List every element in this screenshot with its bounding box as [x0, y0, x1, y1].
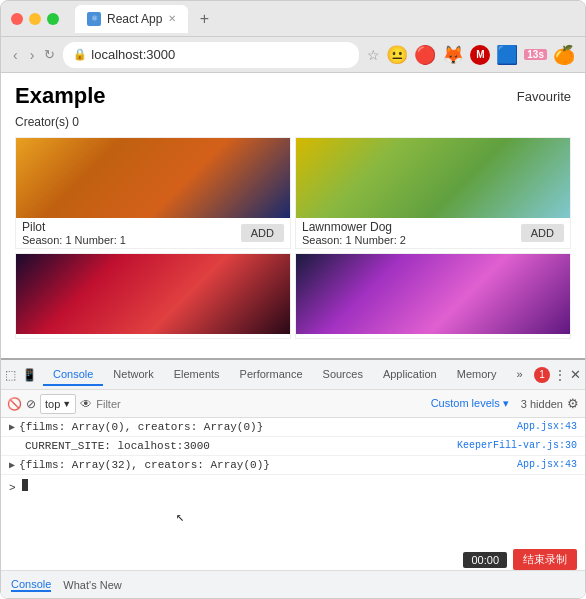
page-content: Example Favourite Creator(s) 0 Pilot Sea… — [1, 73, 585, 598]
forward-button[interactable]: › — [28, 45, 37, 65]
console-row[interactable]: CURRENT_SITE: localhost:3000 KeeperFill-… — [1, 437, 585, 456]
film-info: Pilot Season: 1 Number: 1 ADD — [16, 218, 290, 248]
url-text: localhost:3000 — [91, 47, 175, 62]
devtools-inspect-icon[interactable]: ⬚ — [5, 368, 16, 382]
film-thumbnail — [16, 138, 290, 218]
custom-levels-dropdown[interactable]: Custom levels ▾ — [427, 396, 513, 411]
tab-console[interactable]: Console — [43, 364, 103, 386]
active-tab[interactable]: ⚛ React App ✕ — [75, 5, 188, 33]
console-row-left: ▶ {films: Array(0), creators: Array(0)} — [9, 421, 263, 433]
film-card: Pilot Season: 1 Number: 1 ADD — [15, 137, 291, 249]
devtools-panel: ⬚ 📱 Console Network Elements Performance… — [1, 358, 585, 598]
tab-application[interactable]: Application — [373, 364, 447, 386]
context-select[interactable]: top ▼ — [40, 394, 76, 414]
film-details: Lawnmower Dog Season: 1 Number: 2 — [302, 220, 406, 246]
devtools-toolbar: 🚫 ⊘ top ▼ 👁 Custom levels ▾ 3 hidden ⚙ — [1, 390, 585, 418]
filter-toggle-icon[interactable]: ⊘ — [26, 397, 36, 411]
console-text: {films: Array(0), creators: Array(0)} — [19, 421, 263, 433]
tab-more[interactable]: » — [506, 364, 532, 386]
bottom-tab-whats-new[interactable]: What's New — [63, 579, 121, 591]
film-details: Pilot Season: 1 Number: 1 — [22, 220, 126, 246]
tab-title: React App — [107, 12, 162, 26]
console-text: {films: Array(32), creators: Array(0)} — [19, 459, 270, 471]
devtools-mobile-icon[interactable]: 📱 — [22, 368, 37, 382]
error-badge: 1 — [534, 367, 550, 383]
expand-arrow-icon — [9, 440, 21, 451]
extension-icon-1[interactable]: 🔴 — [414, 44, 436, 66]
tab-sources[interactable]: Sources — [313, 364, 373, 386]
minimize-button[interactable] — [29, 13, 41, 25]
film-thumbnail — [296, 254, 570, 334]
stop-recording-button[interactable]: 结束录制 — [513, 549, 577, 570]
film-season: Season: 1 Number: 2 — [302, 234, 406, 246]
tab-memory[interactable]: Memory — [447, 364, 507, 386]
film-info — [16, 334, 290, 338]
recording-bar: 00:00 结束录制 — [463, 549, 577, 570]
prompt-symbol: > — [9, 482, 22, 494]
devtools-icons: 1 ⋮ ✕ — [534, 367, 581, 383]
console-file-link[interactable]: App.jsx:43 — [517, 459, 577, 470]
devtools-close-icon[interactable]: ✕ — [570, 367, 581, 382]
film-season: Season: 1 Number: 1 — [22, 234, 126, 246]
maximize-button[interactable] — [47, 13, 59, 25]
film-card — [15, 253, 291, 339]
gmail-icon[interactable]: M — [470, 45, 490, 65]
console-prompt[interactable]: > — [1, 475, 585, 498]
extension-icon-4[interactable]: 🍊 — [553, 44, 575, 66]
lock-icon: 🔒 — [73, 48, 87, 61]
devtools-tabs: ⬚ 📱 Console Network Elements Performance… — [1, 360, 585, 390]
page-body: Example Favourite Creator(s) 0 Pilot Sea… — [1, 73, 585, 358]
add-film-button[interactable]: ADD — [241, 224, 284, 242]
hidden-count: 3 hidden — [521, 398, 563, 410]
console-empty-space: ↖ — [1, 498, 585, 538]
extension-badge[interactable]: 13s — [524, 49, 547, 60]
address-bar: ‹ › ↻ 🔒 localhost:3000 ☆ 😐 🔴 🦊 M 🟦 13s 🍊 — [1, 37, 585, 73]
devtools-menu-icon[interactable]: ⋮ — [554, 368, 566, 382]
extension-icon-3[interactable]: 🟦 — [496, 44, 518, 66]
bookmark-icon[interactable]: ☆ — [367, 47, 380, 63]
console-row[interactable]: ▶ {films: Array(32), creators: Array(0)}… — [1, 456, 585, 475]
film-name: Lawnmower Dog — [302, 220, 406, 234]
settings-icon[interactable]: ⚙ — [567, 396, 579, 411]
clear-console-icon[interactable]: 🚫 — [7, 397, 22, 411]
recording-timer: 00:00 — [463, 552, 507, 568]
add-film-button[interactable]: ADD — [521, 224, 564, 242]
console-content: ▶ {films: Array(0), creators: Array(0)} … — [1, 418, 585, 570]
profile-icon[interactable]: 😐 — [386, 44, 408, 66]
page-title-row: Example Favourite — [15, 83, 571, 109]
browser-window: ⚛ React App ✕ + ‹ › ↻ 🔒 localhost:3000 ☆… — [0, 0, 586, 599]
eye-icon[interactable]: 👁 — [80, 397, 92, 411]
tab-network[interactable]: Network — [103, 364, 163, 386]
expand-arrow-icon[interactable]: ▶ — [9, 459, 15, 471]
film-card — [295, 253, 571, 339]
favourite-button[interactable]: Favourite — [517, 89, 571, 104]
reload-button[interactable]: ↻ — [44, 47, 55, 62]
mouse-cursor-icon: ↖ — [176, 508, 184, 525]
page-title: Example — [15, 83, 106, 109]
console-file-link[interactable]: App.jsx:43 — [517, 421, 577, 432]
toolbar-icons: ☆ 😐 🔴 🦊 M 🟦 13s 🍊 — [367, 44, 575, 66]
console-row[interactable]: ▶ {films: Array(0), creators: Array(0)} … — [1, 418, 585, 437]
console-file-link[interactable]: KeeperFill-var.js:30 — [457, 440, 577, 451]
tab-close-icon[interactable]: ✕ — [168, 13, 176, 24]
tab-performance[interactable]: Performance — [230, 364, 313, 386]
tab-elements[interactable]: Elements — [164, 364, 230, 386]
console-row-left: ▶ {films: Array(32), creators: Array(0)} — [9, 459, 270, 471]
back-button[interactable]: ‹ — [11, 45, 20, 65]
close-button[interactable] — [11, 13, 23, 25]
filter-input[interactable] — [96, 398, 422, 410]
console-row-left: CURRENT_SITE: localhost:3000 — [9, 440, 210, 452]
extension-icon-2[interactable]: 🦊 — [442, 44, 464, 66]
console-output-wrapper: ▶ {films: Array(0), creators: Array(0)} … — [1, 418, 585, 598]
title-bar: ⚛ React App ✕ + — [1, 1, 585, 37]
chevron-down-icon: ▼ — [62, 399, 71, 409]
traffic-lights — [11, 13, 59, 25]
film-name: Pilot — [22, 220, 126, 234]
bottom-tab-console[interactable]: Console — [11, 578, 51, 592]
expand-arrow-icon[interactable]: ▶ — [9, 421, 15, 433]
url-bar[interactable]: 🔒 localhost:3000 — [63, 42, 359, 68]
new-tab-button[interactable]: + — [192, 7, 216, 31]
creators-label: Creator(s) 0 — [15, 115, 571, 129]
context-value: top — [45, 398, 60, 410]
filter-input-area[interactable] — [96, 394, 422, 414]
